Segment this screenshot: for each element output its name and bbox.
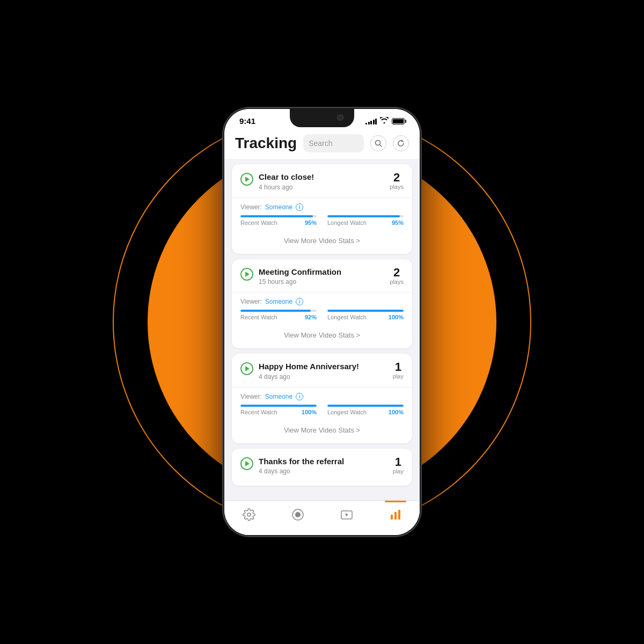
card-3-view-more[interactable]: View More Video Stats >: [240, 421, 404, 436]
card-2-longest-watch: Longest Watch 100%: [327, 310, 404, 320]
video-player-icon: [339, 507, 354, 522]
svg-point-2: [295, 512, 301, 517]
card-1-plays-label: plays: [390, 184, 404, 190]
card-2-divider: [232, 292, 412, 292]
card-2-plays-count: 2: [390, 267, 404, 279]
card-1-recent-bar-container: [240, 215, 317, 217]
card-2-view-more-text: View More Video Stats >: [284, 331, 360, 339]
card-3-header: Happy Home Anniversary! 4 days ago 1 pla…: [240, 361, 404, 380]
chart-icon: [388, 507, 403, 522]
card-3-longest-labels: Longest Watch 100%: [327, 409, 404, 415]
card-3-recent-bar-fill: [240, 405, 317, 407]
viewer-info-icon-2[interactable]: i: [296, 298, 303, 305]
longest-watch-value-3: 100%: [389, 409, 404, 415]
card-2-plays-label: plays: [390, 279, 404, 285]
nav-active-indicator: [385, 501, 406, 502]
signal-bars: [365, 118, 377, 125]
signal-bar-2: [368, 122, 370, 125]
play-triangle-4: [245, 461, 250, 466]
card-2-text: Meeting Confirmation 15 hours ago: [259, 267, 341, 286]
phone-screen: 9:41: [224, 109, 420, 535]
signal-bar-4: [373, 120, 375, 125]
phone-mockup: 9:41: [223, 107, 421, 537]
nav-tracking[interactable]: [379, 505, 412, 524]
signal-bar-3: [370, 121, 372, 125]
header-icons: [370, 135, 409, 151]
card-2-recent-bar-container: [240, 310, 317, 312]
card-3-recent-bar-container: [240, 405, 317, 407]
viewer-label-3: Viewer:: [240, 393, 262, 400]
recent-watch-value-1: 95%: [305, 219, 317, 226]
play-icon-2: [240, 268, 253, 281]
card-2-longest-bar-container: [327, 310, 404, 312]
card-2-view-more[interactable]: View More Video Stats >: [240, 326, 404, 341]
nav-settings[interactable]: [233, 505, 265, 524]
phone-frame: 9:41: [223, 107, 421, 537]
card-1-title: Clear to close!: [259, 172, 314, 182]
card-3-view-more-text: View More Video Stats >: [284, 426, 360, 434]
signal-bar-5: [375, 119, 377, 125]
search-button[interactable]: [370, 135, 386, 151]
viewer-name-3: Someone: [265, 393, 292, 400]
svg-point-0: [376, 141, 380, 145]
longest-watch-label-3: Longest Watch: [327, 409, 367, 415]
recent-watch-label-2: Recent Watch: [240, 314, 277, 320]
card-1-plays-count: 2: [390, 172, 404, 184]
recent-watch-label-3: Recent Watch: [240, 409, 277, 415]
card-2-viewer: Viewer: Someone i: [240, 298, 404, 305]
wifi-icon: [380, 117, 389, 125]
card-3-viewer: Viewer: Someone i: [240, 393, 404, 400]
card-3-title-section: Happy Home Anniversary! 4 days ago: [240, 361, 359, 380]
video-card-3: Happy Home Anniversary! 4 days ago 1 pla…: [232, 354, 412, 443]
longest-watch-value-1: 95%: [392, 219, 404, 226]
battery-icon: [392, 118, 405, 125]
card-4-text: Thanks for the referral 4 days ago: [259, 456, 344, 475]
recent-watch-label-1: Recent Watch: [240, 219, 277, 226]
card-3-plays: 1 play: [393, 361, 404, 379]
card-1-recent-labels: Recent Watch 95%: [240, 219, 317, 226]
card-3-recent-labels: Recent Watch 100%: [240, 409, 317, 415]
card-1-recent-watch: Recent Watch 95%: [240, 215, 317, 226]
viewer-info-icon-3[interactable]: i: [296, 393, 303, 400]
card-1-header: Clear to close! 4 hours ago 2 plays: [240, 172, 404, 191]
card-3-plays-label: play: [393, 373, 404, 379]
card-4-time: 4 days ago: [259, 467, 344, 475]
card-1-longest-labels: Longest Watch 95%: [327, 219, 404, 226]
card-1-viewer: Viewer: Someone i: [240, 203, 404, 211]
bottom-nav: [224, 500, 420, 535]
card-1-text: Clear to close! 4 hours ago: [259, 172, 314, 191]
refresh-button[interactable]: [393, 135, 409, 151]
nav-videos[interactable]: [331, 505, 363, 524]
front-camera: [337, 114, 343, 121]
longest-watch-label-1: Longest Watch: [327, 219, 367, 226]
card-1-view-more[interactable]: View More Video Stats >: [240, 231, 404, 246]
status-time: 9:41: [239, 116, 255, 126]
gear-icon: [241, 507, 257, 522]
card-3-title: Happy Home Anniversary!: [259, 361, 359, 372]
card-4-title-section: Thanks for the referral 4 days ago: [240, 456, 344, 475]
longest-watch-value-2: 100%: [389, 314, 404, 320]
svg-rect-4: [391, 515, 393, 519]
card-1-time: 4 hours ago: [259, 184, 314, 191]
svg-rect-6: [398, 510, 400, 519]
search-bar[interactable]: Search: [303, 134, 364, 152]
card-2-plays: 2 plays: [390, 267, 404, 285]
viewer-label-1: Viewer:: [240, 203, 262, 211]
battery-fill: [393, 119, 404, 123]
card-4-header: Thanks for the referral 4 days ago 1 pla…: [240, 456, 404, 475]
video-card-1: Clear to close! 4 hours ago 2 plays View…: [232, 164, 412, 254]
card-3-longest-bar-container: [327, 405, 404, 407]
card-3-text: Happy Home Anniversary! 4 days ago: [259, 361, 359, 380]
video-card-2: Meeting Confirmation 15 hours ago 2 play…: [232, 259, 412, 349]
longest-watch-label-2: Longest Watch: [327, 314, 367, 320]
card-3-longest-watch: Longest Watch 100%: [327, 405, 404, 415]
card-1-longest-bar-fill: [327, 215, 400, 217]
card-2-time: 15 hours ago: [259, 278, 341, 286]
page-title: Tracking: [235, 135, 297, 152]
nav-record[interactable]: [282, 505, 314, 524]
card-1-divider: [232, 197, 412, 198]
viewer-info-icon-1[interactable]: i: [296, 203, 303, 211]
play-triangle-2: [245, 272, 250, 277]
card-2-title: Meeting Confirmation: [259, 267, 341, 277]
play-icon-3: [240, 362, 253, 375]
